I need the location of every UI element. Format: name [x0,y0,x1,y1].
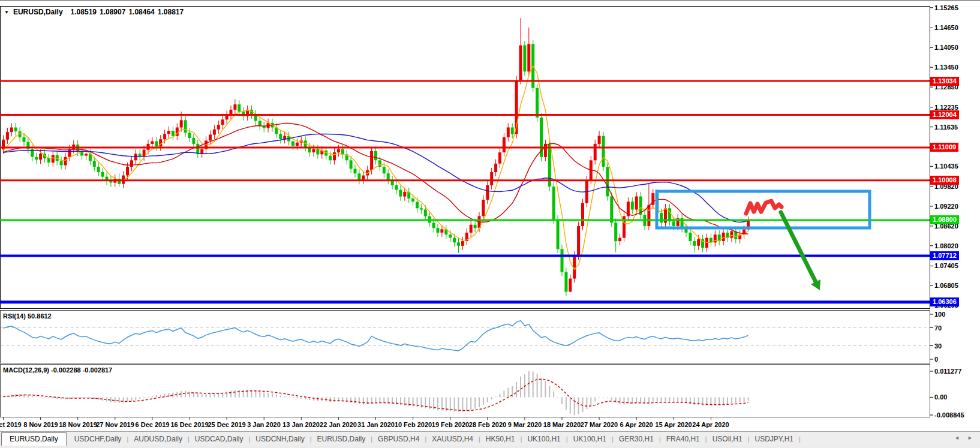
candle-body [374,151,377,160]
candle-body [6,132,9,140]
tab-usoil-h1[interactable]: USOil,H1 [707,435,748,443]
candle-body [411,199,414,202]
tab-hk50-h1[interactable]: HK50,H1 [480,435,521,443]
candle-body [507,128,510,137]
rsi-tick-label: 100 [934,310,945,318]
tab-scroll-left-icon[interactable]: ◄ [954,435,960,441]
candle-body [511,128,514,134]
candle-body [172,131,175,136]
down-arrow-annotation[interactable] [781,212,816,282]
price-tick-label: 1.06805 [934,281,958,290]
rsi-tick-label: 30 [934,342,942,350]
macd-panel-frame [1,365,930,417]
price-level-badge: 1.12004 [930,110,959,119]
candle-body [39,154,42,160]
tab-fra40-h1[interactable]: FRA40,H1 [661,435,705,443]
tab-gbpusd-h4[interactable]: GBPUSD,H4 [372,435,425,443]
tab-usdchf-daily[interactable]: USDCHF,Daily [69,435,127,443]
price-tick-label: 1.07405 [934,261,958,270]
rsi-value: 50.8612 [28,312,52,320]
candle-body [432,223,435,228]
candle-body [498,152,501,164]
candle-body [126,167,129,175]
zigzag-annotation[interactable] [746,201,781,214]
candle-body [184,120,187,133]
tab-usdcnh-daily[interactable]: USDCNH,Daily [250,435,309,443]
candle-body [238,104,241,112]
tab-uk100-h1[interactable]: UK100,H1 [568,435,612,443]
candle-body [296,143,299,146]
candle-body [689,233,692,241]
candle-body [631,202,634,209]
tab-ger30-h1[interactable]: GER30,H1 [614,435,659,443]
candle-body [333,152,336,160]
tab-usdjpy-h1[interactable]: USDJPY,H1 [750,435,799,443]
rsi-indicator-label: RSI(14) 50.8612 [3,312,52,320]
price-tick-label: 1.09220 [934,202,958,211]
candle-body [635,197,638,210]
tab-eurusd-daily[interactable]: EURUSD,Daily [312,435,371,443]
candle-body [457,242,460,246]
macd-indicator-label: MACD(12,26,9) -0.002288 -0.002817 [3,366,112,374]
price-level-badge: 1.08800 [930,215,959,224]
price-tick-label: 1.14650 [934,23,958,32]
candle-body [196,144,199,154]
candle-body [490,172,493,185]
candle-body [101,172,104,177]
chart-title-bar: ▼ EURUSD,Daily 1.08519 1.08907 1.08464 1… [4,8,184,16]
price-tick-label: 1.15265 [934,4,958,12]
candle-body [378,160,381,167]
macd-name: MACD(12,26,9) [3,366,49,374]
candle-body [134,154,137,160]
candle-body [370,151,373,170]
candle-body [217,125,220,130]
candle-body [697,239,700,246]
collapse-chart-icon[interactable]: ▼ [4,10,9,15]
tab-uk100-h1[interactable]: UK100,H1 [522,435,566,443]
candle-body [693,241,696,246]
candle-body [552,187,555,220]
candle-body [424,210,427,217]
candle-body [660,213,663,223]
rsi-tick-label: 0 [934,355,938,363]
candle-body [527,44,530,71]
candle-body [564,272,567,292]
price-tick-label: 1.11635 [934,123,958,131]
candle-body [357,173,360,180]
tab-eurusd-daily[interactable]: EURUSD,Daily [1,432,67,446]
candle-body [163,134,166,139]
candle-body [523,46,526,72]
candle-body [209,135,212,141]
candle-body [453,238,456,243]
candle-body [395,185,398,190]
candle-body [606,167,609,196]
price-level-badge: 1.07712 [930,251,959,260]
ohlc-open: 1.08519 [71,8,97,16]
candle-body [60,161,63,165]
candle-body [598,136,601,144]
candle-body [730,231,733,238]
candle-body [383,167,386,173]
macd-histogram [4,371,748,415]
tab-audusd-daily[interactable]: AUDUSD,Daily [128,435,188,443]
candle-body [610,197,613,223]
tab-xauusd-h4[interactable]: XAUUSD,H4 [426,435,479,443]
chart-symbol-label: EURUSD,Daily [13,8,63,16]
candle-body [399,190,402,197]
candle-body [672,221,675,226]
candle-body [143,150,146,157]
tab-scroll-right-icon[interactable]: ► [967,435,973,441]
candle-body [85,154,88,155]
chart-canvas [0,1,980,448]
mt4-window: ▼ EURUSD,Daily 1.08519 1.08907 1.08464 1… [0,0,980,448]
candle-body [647,205,650,226]
candle-body [437,228,440,233]
candle-body [486,185,489,200]
candle-body [64,157,67,166]
candle-body [722,233,725,241]
candle-body [14,128,17,132]
candle-body [470,225,473,233]
candle-body [139,154,142,156]
candle-body [536,88,539,118]
tab-usdcad-daily[interactable]: USDCAD,Daily [190,435,249,443]
